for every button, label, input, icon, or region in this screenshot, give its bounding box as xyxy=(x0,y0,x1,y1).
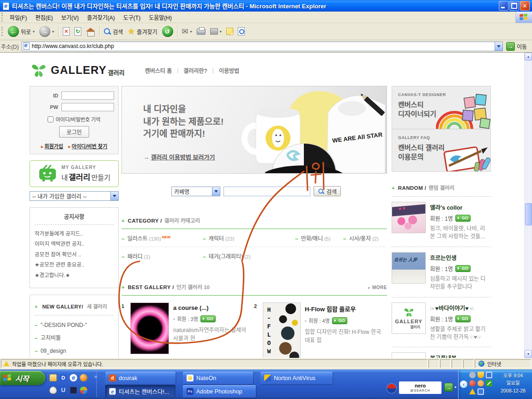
taskbar-window-nateon[interactable]: NateOn xyxy=(183,372,253,384)
toolbar-grip[interactable] xyxy=(1,12,4,22)
gallery-thumbnail[interactable]: GALLERY 갤러리 xyxy=(392,302,426,334)
nav-how-to-use[interactable]: 이용방법 xyxy=(219,66,239,74)
search-submit-button[interactable]: 검색 xyxy=(314,186,341,196)
login-button[interactable]: 로그인 xyxy=(59,126,89,138)
resize-button[interactable] xyxy=(208,27,224,36)
gallery-thumbnail[interactable] xyxy=(392,202,426,233)
nero-search-go-button[interactable] xyxy=(444,383,453,392)
go-button[interactable]: GO xyxy=(455,315,471,322)
tray-update-icon[interactable] xyxy=(486,380,492,387)
gallery-thumbnail[interactable]: GALLERY 갤러리 xyxy=(392,352,426,358)
gallery-title-link[interactable]: 복고풍내복 xyxy=(430,352,489,358)
signup-link[interactable]: 회원가입 xyxy=(41,142,63,150)
scroll-down-button[interactable] xyxy=(525,350,532,358)
stop-button[interactable] xyxy=(60,26,72,36)
tray-collapse-chevron[interactable] xyxy=(460,381,467,388)
window-titlebar[interactable]: 티셔츠는 캔버스다! 이젠 내가 디자인하는 티셔츠를 입자! 내 디자인 판매… xyxy=(0,0,532,12)
menu-favorites[interactable]: 즐겨찾기(A) xyxy=(83,12,119,23)
notice-item[interactable]: 작가분들에게 공지드.. xyxy=(35,229,114,239)
new-gallery-item[interactable]: "-DESIGN POND-" xyxy=(35,319,114,332)
tray-security-shield-icon[interactable] xyxy=(478,372,484,378)
maximize-button[interactable] xyxy=(509,1,519,11)
go-button[interactable]: 이동 xyxy=(506,42,527,51)
notice-item[interactable]: ★공모전 관련 중요공.. xyxy=(35,260,114,270)
search-input[interactable] xyxy=(224,187,310,196)
mail-button[interactable] xyxy=(180,27,194,36)
gallery-thumbnail[interactable]: 흐르는 人步 xyxy=(392,252,426,284)
id-field[interactable] xyxy=(61,91,114,100)
hero-banner[interactable]: 내 디자인을 내가 원하는 제품으로! 거기에 판매까지! 갤러리 이용방법 보… xyxy=(121,86,387,174)
gallery-title-link[interactable]: 엘라's collor xyxy=(430,202,489,212)
designer-promo-banner[interactable]: CANVAS-T DESIGNER 캔버스티 디자이너되기 xyxy=(392,86,490,129)
gallery-title-link[interactable]: H-Flow 힙합 플로우 xyxy=(305,302,383,313)
print-button[interactable] xyxy=(194,28,208,36)
find-id-link[interactable]: 아이디/비번 찾기 xyxy=(68,142,107,150)
forward-button[interactable] xyxy=(37,25,56,38)
new-gallery-item[interactable]: 09_design xyxy=(35,345,114,357)
category-parody[interactable]: 패러디(1) xyxy=(121,252,203,260)
back-button[interactable]: 뒤로 xyxy=(6,25,37,38)
category-satire[interactable]: 시사/풍자(2) xyxy=(343,234,387,242)
search-category-dropdown[interactable]: 카페명 xyxy=(171,187,220,196)
menu-edit[interactable]: 편집(E) xyxy=(31,12,57,23)
nav-what-is-gallery[interactable]: 갤러리란? xyxy=(183,66,207,74)
gallery-thumbnail[interactable] xyxy=(130,302,169,354)
faq-promo-banner[interactable]: GALLERY FAQ 캔버스티 갤러리 이용문의 xyxy=(392,129,490,171)
menu-tools[interactable]: 도구(T) xyxy=(119,12,145,23)
banner-howto-link[interactable]: 갤러리 이용방법 보러가기 xyxy=(143,152,215,161)
korean-ime-icon[interactable] xyxy=(387,384,396,393)
scrollbar-thumb[interactable] xyxy=(525,203,532,225)
category-tagger[interactable]: 태거(그래피티)(2) xyxy=(203,252,295,260)
address-input[interactable] xyxy=(32,43,492,49)
folder-icon[interactable] xyxy=(49,374,57,381)
gallery-thumbnail[interactable]: H-FLOW xyxy=(263,302,301,358)
home-button[interactable] xyxy=(84,26,97,37)
toolbar-grip[interactable] xyxy=(1,27,4,36)
notes-button[interactable] xyxy=(224,27,236,36)
menu-view[interactable]: 보기(V) xyxy=(57,12,83,23)
address-dropdown-button[interactable] xyxy=(495,42,502,51)
egg-app-icon[interactable] xyxy=(49,387,57,394)
sky-app-icon[interactable] xyxy=(70,387,77,394)
search-button[interactable]: 검색 xyxy=(102,27,125,36)
notice-item[interactable]: ★경고합니다.★ xyxy=(35,270,114,280)
gallery-title-link[interactable]: a course (...) xyxy=(173,302,252,311)
start-button[interactable]: 시작 xyxy=(0,371,45,385)
go-button[interactable]: GO xyxy=(455,265,471,272)
joined-gallery-dropdown[interactable]: -- 내가 가입한 갤러리 -- xyxy=(30,191,119,201)
go-button[interactable]: GO xyxy=(200,315,216,322)
new-gallery-item[interactable]: 고치비뚤 xyxy=(35,332,114,345)
taskbar-window-dosirak[interactable]: dosirak xyxy=(105,372,175,384)
gallery-title-link[interactable]: ☞♥바다이야기♥☜ xyxy=(430,302,489,312)
close-button[interactable] xyxy=(520,1,530,11)
scroll-up-button[interactable] xyxy=(525,53,532,60)
menu-file[interactable]: 파일(F) xyxy=(6,12,31,23)
tray-network-icon[interactable] xyxy=(478,388,484,395)
favorites-button[interactable]: 즐겨찾기 xyxy=(125,26,159,36)
minimize-button[interactable] xyxy=(499,1,508,11)
tray-display-icon[interactable] xyxy=(486,372,492,378)
orange-app-icon[interactable] xyxy=(80,374,87,381)
find-button[interactable] xyxy=(236,26,247,36)
internet-explorer-icon[interactable] xyxy=(70,374,77,381)
history-button[interactable] xyxy=(160,25,175,38)
vertical-scrollbar[interactable] xyxy=(524,53,532,358)
media-player-icon[interactable] xyxy=(80,387,87,394)
chevron-down-icon[interactable] xyxy=(454,385,456,389)
more-link[interactable]: MORE xyxy=(368,285,387,290)
taskbar-clock[interactable]: 오후 9:04 일요일 2008-12-28 xyxy=(496,372,531,394)
tray-volume-icon[interactable] xyxy=(469,372,476,378)
notice-item[interactable]: 공모전 참여 확인서 .. xyxy=(35,249,114,260)
nav-canvast-home[interactable]: 캔버스티 홈 xyxy=(145,66,172,74)
category-illust[interactable]: 일러스트(190)NEW xyxy=(121,234,203,242)
tray-antivirus-icon[interactable] xyxy=(469,380,476,387)
tray-warning-icon[interactable] xyxy=(469,388,476,394)
utorrent-icon[interactable] xyxy=(60,387,67,394)
gallery-title-link[interactable]: 흐르는인생 xyxy=(430,252,489,262)
canvast-logo-icon[interactable] xyxy=(30,62,47,79)
taskbar-window-norton[interactable]: Norton AntiVirus xyxy=(260,372,332,384)
refresh-button[interactable] xyxy=(72,26,84,36)
category-comic[interactable]: 만화/애니(5) xyxy=(295,234,343,242)
remember-checkbox[interactable] xyxy=(48,116,54,122)
site-logo-text[interactable]: GALLERY xyxy=(51,64,107,77)
